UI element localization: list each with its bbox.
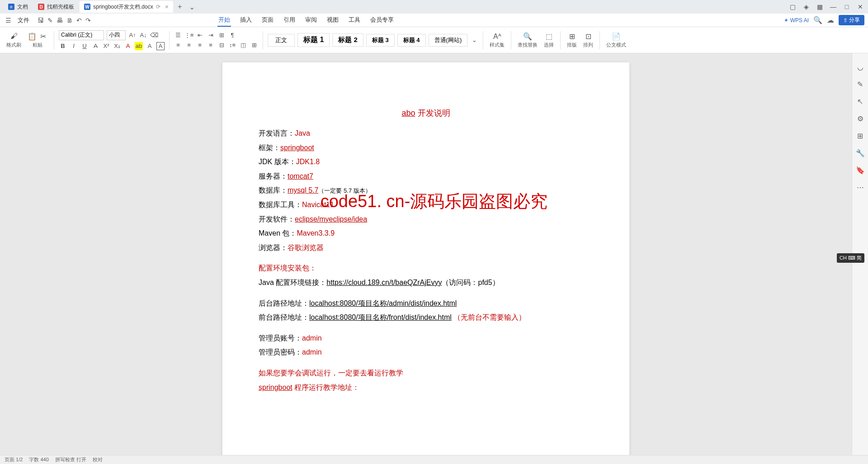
font-size-select[interactable]	[107, 30, 126, 40]
style-normal[interactable]: 普通(网站)	[429, 34, 468, 47]
format-painter-group[interactable]: 🖌 格式刷	[5, 32, 23, 48]
collapse-icon[interactable]: ◡	[856, 62, 865, 71]
menu-tab-member[interactable]: 会员专享	[369, 14, 395, 27]
char-border-button[interactable]: A	[156, 42, 165, 50]
italic-button[interactable]: I	[70, 42, 78, 50]
cut-icon[interactable]: ✂	[38, 32, 47, 41]
align-right-button[interactable]: ≡	[196, 41, 204, 49]
align-justify-button[interactable]: ≡	[207, 41, 215, 49]
menu-tab-start[interactable]: 开始	[217, 14, 231, 27]
find-replace-group[interactable]: 🔍 查找替换	[516, 32, 539, 48]
print-icon[interactable]: 🖶	[57, 17, 63, 24]
docmode-group[interactable]: 📄 公文模式	[604, 32, 628, 48]
menu-tab-insert[interactable]: 插入	[239, 14, 253, 27]
tab-current-doc[interactable]: W springboot开发文档.docx ⟳ ×	[80, 1, 173, 13]
redo-icon[interactable]: ↷	[85, 17, 91, 24]
close-icon[interactable]: ×	[165, 3, 169, 10]
minimize-button[interactable]: —	[829, 3, 837, 11]
document-page[interactable]: abo 开发说明 开发语言：Java 框架：springboot JDK 版本：…	[222, 62, 629, 455]
style-pane-group[interactable]: Aᴬ 样式集	[488, 32, 506, 48]
tabs-button[interactable]: ⊞	[217, 31, 226, 39]
status-proof[interactable]: 校对	[93, 456, 103, 463]
menu-tab-tools[interactable]: 工具	[348, 14, 361, 27]
close-button[interactable]: ✕	[856, 3, 864, 11]
window-btn-1[interactable]: ▢	[788, 3, 797, 11]
section-env: 配置环境安装包：	[259, 262, 593, 274]
clear-format-icon[interactable]: ⌫	[150, 31, 158, 39]
indent-left-button[interactable]: ⇤	[196, 31, 204, 39]
line-browser: 浏览器：谷歌浏览器	[259, 242, 593, 254]
status-spell[interactable]: 拼写检查 打开	[55, 456, 86, 463]
window-btn-2[interactable]: ◈	[802, 3, 810, 11]
line-cfglink: Java 配置环境链接：https://cloud.189.cn/t/baeQZ…	[259, 277, 593, 289]
increase-font-icon[interactable]: A↑	[128, 31, 137, 39]
strikethrough-button[interactable]: A̶	[91, 42, 99, 50]
borders-button[interactable]: ⊞	[250, 41, 258, 49]
align-center-button[interactable]: ≡	[185, 41, 193, 49]
save-icon[interactable]: 🖫	[38, 17, 44, 24]
maximize-button[interactable]: □	[843, 3, 851, 11]
qat-icon-2[interactable]: ✎	[47, 17, 53, 24]
font-name-select[interactable]	[59, 30, 104, 40]
font-color-button[interactable]: A	[124, 42, 132, 50]
menu-tab-review[interactable]: 审阅	[304, 14, 318, 27]
shading-button[interactable]: A	[146, 42, 154, 50]
share-button[interactable]: ⇧ 分享	[839, 15, 864, 25]
style-h2[interactable]: 标题 2	[332, 33, 363, 47]
doc-title: abo 开发说明	[259, 108, 593, 118]
tool-icon[interactable]: 🔧	[856, 148, 865, 157]
pencil-icon[interactable]: ✎	[856, 80, 865, 89]
indent-right-button[interactable]: ⇥	[207, 31, 215, 39]
style-h1[interactable]: 标题 1	[297, 33, 330, 47]
arrange-group[interactable]: ⊡ 排列	[581, 32, 595, 48]
menu-tab-reference[interactable]: 引用	[283, 14, 296, 27]
menu-tab-view[interactable]: 视图	[326, 14, 340, 27]
bold-button[interactable]: B	[59, 42, 67, 50]
sort-group[interactable]: ⊞ 排版	[565, 32, 579, 48]
style-h3[interactable]: 标题 3	[366, 34, 395, 47]
word-icon: W	[84, 4, 90, 10]
more-icon[interactable]: ⋯	[856, 183, 865, 192]
paste-group[interactable]: 📋 ✂ 粘贴	[26, 32, 49, 48]
bookmark-icon[interactable]: 🔖	[856, 166, 865, 175]
layout-icon[interactable]: ⊞	[856, 131, 865, 140]
bullets-button[interactable]: ☰	[174, 31, 182, 39]
show-marks-button[interactable]: ¶	[228, 31, 236, 39]
style-more-button[interactable]: ⌄	[470, 36, 478, 44]
cursor-icon[interactable]: ↖	[856, 97, 865, 106]
window-btn-3[interactable]: ▦	[816, 3, 824, 11]
align-left-button[interactable]: ≡	[174, 41, 182, 49]
cloud-icon[interactable]: ☁	[827, 16, 834, 24]
preview-icon[interactable]: 🗎	[66, 17, 73, 24]
superscript-button[interactable]: X²	[102, 42, 110, 50]
document-area[interactable]: abo 开发说明 开发语言：Java 框架：springboot JDK 版本：…	[0, 53, 852, 455]
subscript-button[interactable]: X₂	[113, 42, 121, 50]
select-group[interactable]: ⬚ 选择	[542, 32, 556, 48]
style-h4[interactable]: 标题 4	[397, 34, 426, 47]
settings-icon[interactable]: ⚙	[856, 114, 865, 123]
status-words[interactable]: 字数 440	[29, 456, 48, 463]
numbering-button[interactable]: ⋮≡	[185, 31, 193, 39]
tab-docs[interactable]: ≡ 文档	[4, 1, 33, 13]
search-icon[interactable]: 🔍	[813, 16, 822, 24]
wps-ai-button[interactable]: ✦WPS AI	[784, 17, 809, 24]
menu-tab-page[interactable]: 页面	[261, 14, 274, 27]
tab-refresh-icon[interactable]: ⟳	[156, 4, 160, 10]
underline-button[interactable]: U	[80, 42, 89, 50]
new-tab-button[interactable]: +	[174, 3, 185, 11]
distribute-button[interactable]: ⊟	[217, 41, 226, 49]
hamburger-icon[interactable]: ☰	[4, 17, 13, 24]
para-shading-button[interactable]: ◫	[239, 41, 247, 49]
style-body[interactable]: 正文	[268, 34, 295, 47]
highlight-button[interactable]: ab	[135, 42, 143, 50]
status-page[interactable]: 页面 1/2	[5, 456, 23, 463]
line-spacing-button[interactable]: ↕≡	[228, 41, 236, 49]
ime-indicator: CH ⌨ 简	[837, 253, 864, 263]
format-painter-icon: 🖌	[9, 32, 19, 41]
undo-icon[interactable]: ↶	[76, 17, 82, 24]
tab-menu-button[interactable]: ⌄	[185, 3, 198, 11]
decrease-font-icon[interactable]: A↓	[139, 31, 147, 39]
file-menu[interactable]: 文件	[15, 16, 32, 24]
tab-template[interactable]: D 找稻壳模板	[33, 1, 79, 13]
line-ide: 开发软件：eclipse/myeclipse/idea	[259, 213, 593, 225]
